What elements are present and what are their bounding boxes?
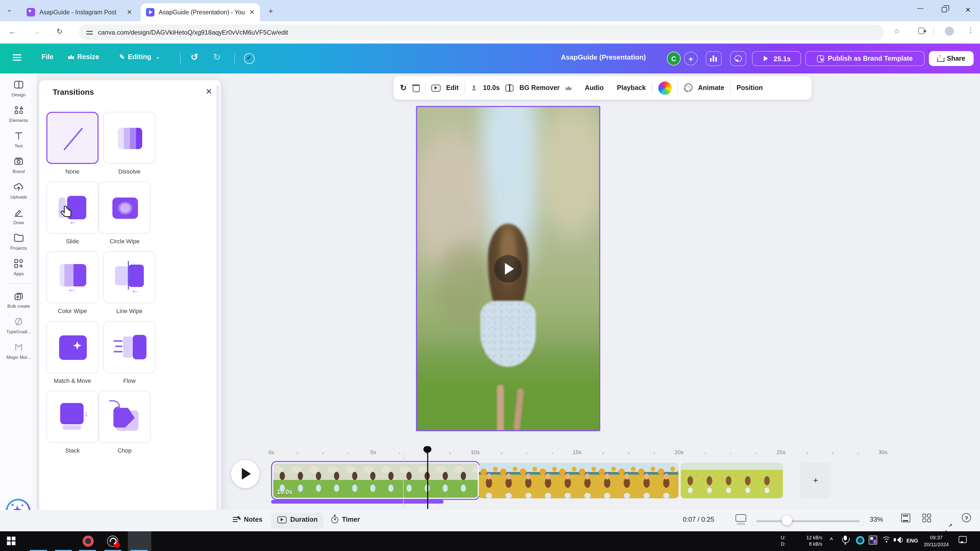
back-icon[interactable]: ←	[8, 27, 16, 36]
profile-avatar[interactable]	[945, 27, 954, 36]
delete-icon[interactable]	[412, 84, 419, 92]
bookmark-star-icon[interactable]: ☆	[894, 27, 900, 35]
window-minimize-button[interactable]: —	[917, 4, 924, 12]
forward-icon[interactable]: →	[33, 27, 40, 36]
transition-circle[interactable]: Circle Wipe	[99, 181, 151, 245]
browser-tab-1[interactable]: AsapGuide - Instagram Post ✕	[21, 3, 137, 21]
language-indicator[interactable]: ENG	[907, 538, 918, 543]
transition-tile[interactable]: ↓	[46, 391, 99, 443]
position-button[interactable]: Position	[737, 84, 763, 92]
reload-icon[interactable]: ↻	[56, 27, 62, 36]
transition-none[interactable]: None	[46, 112, 99, 175]
panel-close-icon[interactable]: ✕	[205, 87, 212, 96]
present-play-button[interactable]: 25.1s	[752, 51, 801, 66]
transition-chop[interactable]: Chop	[99, 391, 151, 454]
transition-flow[interactable]: Flow	[103, 321, 156, 384]
add-member-button[interactable]: +	[684, 52, 698, 65]
clip-duration-button[interactable]: 10.0s	[483, 84, 500, 92]
file-menu[interactable]: File	[41, 53, 54, 61]
transition-color[interactable]: ← Color Wipe	[46, 251, 99, 314]
transition-line[interactable]: ← Line Wipe	[103, 251, 156, 314]
sidebar-item-typegradi[interactable]: TypeGradi...	[0, 316, 37, 334]
clock[interactable]: 09:3720/11/2024	[921, 534, 951, 548]
panel-scrollbar[interactable]	[216, 85, 220, 518]
sidebar-item-draw[interactable]: Draw	[0, 206, 37, 225]
animate-icon[interactable]	[684, 84, 692, 92]
address-bar[interactable]: canva.com/design/DAGVkiHetoQ/xg918aqyEr0…	[79, 24, 884, 40]
sidebar-item-apps[interactable]: Apps	[0, 258, 37, 276]
zoom-slider-thumb[interactable]	[782, 515, 792, 526]
sidebar-item-bulk-create[interactable]: Bulk create	[0, 290, 37, 309]
zoom-slider[interactable]	[756, 520, 860, 522]
obs-icon[interactable]	[107, 535, 118, 547]
add-page-button[interactable]: +	[800, 463, 831, 498]
undo-button[interactable]: ↺	[191, 52, 199, 63]
timeline-clip-3[interactable]	[681, 463, 783, 498]
timer-button[interactable]: Timer	[331, 516, 360, 523]
volume-icon[interactable]	[894, 536, 903, 543]
comments-button[interactable]	[730, 51, 746, 66]
animate-button[interactable]: Animate	[698, 84, 724, 92]
notification-center-icon[interactable]	[959, 536, 967, 543]
design-title[interactable]: AsapGuide (Presentation)	[561, 53, 646, 61]
tray-app2-icon[interactable]	[869, 535, 877, 545]
sidebar-item-uploads[interactable]: Uploads	[0, 181, 37, 200]
transition-tile[interactable]	[103, 321, 156, 373]
edit-button[interactable]: Edit	[446, 84, 458, 92]
recorder-app-icon[interactable]	[83, 535, 94, 547]
menu-icon[interactable]	[13, 54, 21, 61]
transition-stack[interactable]: ↓ Stack	[46, 391, 99, 454]
timeline-view-icon[interactable]	[735, 514, 746, 522]
sidebar-item-text[interactable]: Text	[0, 130, 37, 149]
video-canvas[interactable]	[416, 106, 600, 431]
audio-button[interactable]: Audio	[585, 84, 604, 92]
tray-app-icon[interactable]	[856, 536, 864, 545]
tab-close-icon[interactable]: ✕	[127, 8, 132, 16]
redo-button[interactable]: ↻	[213, 52, 221, 63]
grid-view-icon[interactable]	[923, 514, 931, 522]
editing-mode-dropdown[interactable]: ✎Editing ⌄	[119, 53, 160, 61]
transition-dissolve[interactable]: Dissolve	[103, 112, 156, 175]
loop-icon[interactable]: ↻	[400, 83, 407, 93]
browser-menu-icon[interactable]: ⋮	[967, 26, 974, 34]
insights-button[interactable]	[706, 51, 722, 66]
notes-button[interactable]: Notes	[233, 516, 262, 523]
tab-search-chevron-icon[interactable]: ⌄	[6, 5, 12, 13]
site-settings-icon[interactable]	[86, 30, 93, 35]
publish-brand-template-button[interactable]: Publish as Brand Template	[805, 51, 924, 66]
sidebar-item-design[interactable]: Design	[0, 79, 37, 97]
window-restore-button[interactable]	[942, 7, 947, 12]
flip-icon[interactable]	[506, 84, 514, 91]
account-avatar[interactable]: C	[667, 52, 681, 65]
transition-tile[interactable]	[46, 112, 99, 164]
share-button[interactable]: Share	[929, 51, 974, 66]
transition-tile[interactable]	[99, 181, 151, 234]
transition-tile[interactable]: ←	[103, 251, 156, 303]
color-wheel-icon[interactable]	[658, 81, 671, 94]
start-button[interactable]	[7, 537, 16, 545]
resize-button[interactable]: Resize	[68, 53, 99, 61]
timeline-clip-selected[interactable]: 10.0s	[271, 461, 480, 500]
timeline-clip-2[interactable]	[479, 463, 679, 498]
new-tab-button[interactable]: +	[269, 6, 273, 16]
edit-video-icon[interactable]	[431, 84, 440, 91]
sidebar-item-elements[interactable]: Elements	[0, 104, 37, 123]
playback-button[interactable]: Playback	[617, 84, 646, 92]
transition-tile[interactable]	[103, 112, 156, 164]
tab-close-icon[interactable]: ✕	[249, 8, 255, 16]
pages-view-icon[interactable]	[901, 514, 910, 522]
sidebar-item-brand[interactable]: Brand	[0, 156, 37, 174]
sidebar-item-projects[interactable]: Projects	[0, 232, 37, 251]
trim-scissors-icon[interactable]: ✂	[470, 85, 478, 91]
duration-button[interactable]: Duration	[277, 516, 318, 523]
extensions-icon[interactable]	[918, 28, 924, 34]
sidebar-item-magic-mor[interactable]: Magic Mor...	[0, 341, 37, 360]
bg-remover-button[interactable]: BG Remover	[519, 84, 560, 92]
timeline-play-button[interactable]	[231, 460, 259, 488]
playhead-handle[interactable]	[423, 446, 431, 454]
tray-expand-chevron[interactable]: ^	[830, 537, 833, 543]
mic-tray-icon[interactable]	[844, 535, 847, 540]
canvas-play-button[interactable]	[494, 255, 522, 283]
transition-match[interactable]: Match & Move	[46, 321, 99, 384]
transition-tile[interactable]	[99, 391, 151, 443]
